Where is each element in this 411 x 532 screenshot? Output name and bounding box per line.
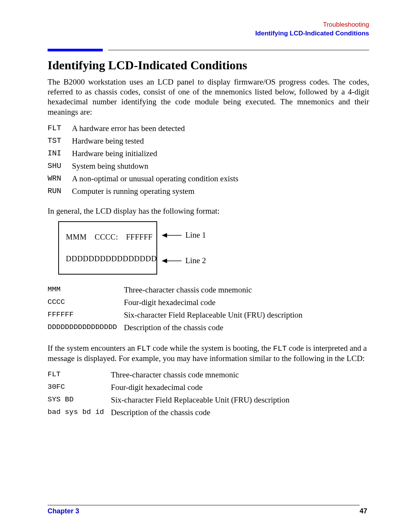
format-code: CCCC bbox=[48, 296, 124, 309]
header-chapter: Troubleshooting bbox=[48, 21, 369, 29]
example-desc: Three-character chassis code mnemonic bbox=[111, 369, 289, 381]
mnemonic-desc: Hardware being tested bbox=[72, 135, 238, 147]
lcd-diagram: MMM CCCC: FFFFFF DDDDDDDDDDDDDDDD Line 1… bbox=[58, 221, 369, 275]
format-code: MMM bbox=[48, 284, 124, 296]
mnemonic-code: FLT bbox=[48, 122, 72, 135]
intro-paragraph: The B2000 workstation uses an LCD panel … bbox=[48, 77, 369, 117]
table-row: FLTThree-character chassis code mnemonic bbox=[48, 369, 290, 381]
mnemonic-code: WRN bbox=[48, 173, 72, 185]
footer-rule bbox=[48, 505, 360, 505]
mnemonic-code: SHU bbox=[48, 160, 72, 173]
format-code: FFFFFF bbox=[48, 309, 124, 321]
table-row: INIHardware being initialized bbox=[48, 147, 238, 160]
lcd-box: MMM CCCC: FFFFFF DDDDDDDDDDDDDDDD bbox=[58, 221, 157, 275]
mnemonic-desc: A non-optimal or unusual operating condi… bbox=[72, 173, 238, 185]
table-row: RUNComputer is running operating system bbox=[48, 185, 238, 198]
arrow-left-icon bbox=[162, 232, 182, 239]
table-row: SHUSystem being shutdown bbox=[48, 160, 238, 173]
format-desc: Three-character chassis code mnemonic bbox=[124, 284, 302, 296]
table-row: CCCCFour-digit hexadecimal code bbox=[48, 296, 303, 309]
table-row: TSTHardware being tested bbox=[48, 135, 238, 147]
mnemonic-code: TST bbox=[48, 135, 72, 147]
flt-text: If the system encounters an bbox=[48, 343, 137, 353]
mnemonic-code: INI bbox=[48, 147, 72, 160]
flt-paragraph: If the system encounters an FLT code whi… bbox=[48, 343, 369, 363]
table-row: bad sys bd idDescription of the chassis … bbox=[48, 406, 290, 419]
svg-marker-1 bbox=[162, 233, 167, 238]
section-rule-accent bbox=[48, 49, 103, 51]
svg-marker-3 bbox=[162, 259, 167, 263]
section-rule bbox=[48, 49, 369, 51]
lcd-line-1: MMM CCCC: FFFFFF bbox=[66, 233, 153, 241]
example-code: FLT bbox=[48, 369, 111, 381]
lcd-field-cccc: CCCC: bbox=[95, 233, 118, 241]
example-code: SYS BD bbox=[48, 394, 111, 406]
table-row: FFFFFFSix-character Field Replaceable Un… bbox=[48, 309, 303, 321]
example-code: 30FC bbox=[48, 381, 111, 394]
lcd-line-2: DDDDDDDDDDDDDDDD bbox=[66, 254, 157, 263]
flt-text: code while the system is booting, the bbox=[151, 343, 273, 353]
flt-code-inline: FLT bbox=[273, 344, 287, 353]
flt-example-table: FLTThree-character chassis code mnemonic… bbox=[48, 369, 290, 419]
example-desc: Description of the chassis code bbox=[111, 406, 289, 419]
format-code: DDDDDDDDDDDDDDDD bbox=[48, 321, 124, 334]
table-row: FLTA hardware error has been detected bbox=[48, 122, 238, 135]
table-row: 30FCFour-digit hexadecimal code bbox=[48, 381, 290, 394]
example-desc: Four-digit hexadecimal code bbox=[111, 381, 289, 394]
example-code: bad sys bd id bbox=[48, 406, 111, 419]
mnemonic-desc: System being shutdown bbox=[72, 160, 238, 173]
format-desc: Four-digit hexadecimal code bbox=[124, 296, 302, 309]
mnemonic-table: FLTA hardware error has been detected TS… bbox=[48, 122, 238, 198]
lcd-arrow-column: Line 1 Line 2 bbox=[162, 221, 219, 275]
section-rule-line bbox=[108, 50, 369, 50]
lcd-field-mmm: MMM bbox=[66, 233, 87, 241]
mnemonic-code: RUN bbox=[48, 185, 72, 198]
mnemonic-desc: A hardware error has been detected bbox=[72, 122, 238, 135]
mnemonic-desc: Computer is running operating system bbox=[72, 185, 238, 198]
lcd-field-ffffff: FFFFFF bbox=[126, 233, 153, 241]
page-footer: Chapter 3 47 bbox=[48, 507, 367, 515]
arrow-left-icon bbox=[162, 257, 182, 264]
format-intro: In general, the LCD display has the foll… bbox=[48, 206, 369, 216]
table-row: WRNA non-optimal or unusual operating co… bbox=[48, 173, 238, 185]
header-section: Identifying LCD-Indicated Conditions bbox=[48, 29, 369, 38]
table-row: SYS BDSix-character Field Replaceable Un… bbox=[48, 394, 290, 406]
lcd-label-text: Line 1 bbox=[185, 230, 206, 240]
format-desc: Description of the chassis code bbox=[124, 321, 302, 334]
footer-page-number: 47 bbox=[360, 507, 367, 515]
footer-chapter: Chapter 3 bbox=[48, 507, 79, 515]
lcd-label-text: Line 2 bbox=[185, 256, 206, 265]
format-desc: Six-character Field Replaceable Unit (FR… bbox=[124, 309, 302, 321]
page-header: Troubleshooting Identifying LCD-Indicate… bbox=[48, 21, 369, 38]
table-row: DDDDDDDDDDDDDDDDDescription of the chass… bbox=[48, 321, 303, 334]
page-root: Troubleshooting Identifying LCD-Indicate… bbox=[0, 0, 411, 532]
lcd-label-line2: Line 2 bbox=[162, 256, 206, 265]
mnemonic-desc: Hardware being initialized bbox=[72, 147, 238, 160]
lcd-label-line1: Line 1 bbox=[162, 230, 206, 240]
example-desc: Six-character Field Replaceable Unit (FR… bbox=[111, 394, 289, 406]
flt-code-inline: FLT bbox=[137, 344, 151, 353]
section-title: Identifying LCD-Indicated Conditions bbox=[48, 58, 369, 72]
format-field-table: MMMThree-character chassis code mnemonic… bbox=[48, 284, 303, 334]
table-row: MMMThree-character chassis code mnemonic bbox=[48, 284, 303, 296]
